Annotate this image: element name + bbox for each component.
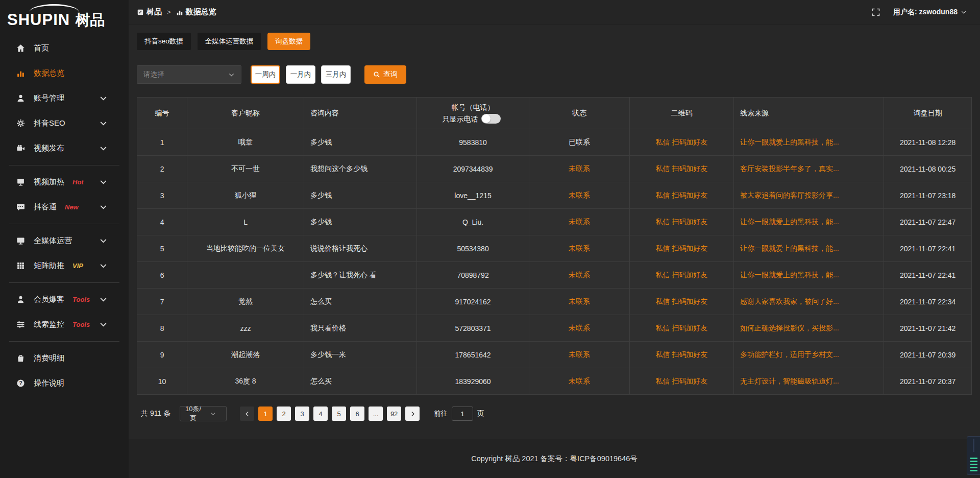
cell-nickname: zzz — [187, 315, 304, 342]
sidebar-item-抖客通[interactable]: 抖客通New — [0, 195, 129, 220]
goto-page: 前往 页 — [434, 407, 484, 421]
page-button-92[interactable]: 92 — [387, 407, 401, 421]
column-header-询盘日期: 询盘日期 — [884, 98, 972, 129]
cell-inquiry: 多少钱 — [304, 129, 416, 156]
page-size-select[interactable]: 10条/页 — [180, 406, 227, 421]
cell-source-link[interactable]: 让你一眼就爱上的黑科技，能... — [733, 129, 884, 156]
column-header-二维码: 二维码 — [629, 98, 733, 129]
sidebar-item-数据总览[interactable]: 数据总览 — [0, 61, 129, 86]
range-button-三月内[interactable]: 三月内 — [321, 65, 351, 84]
chevron-down-icon — [99, 261, 108, 270]
search-button[interactable]: 查询 — [364, 65, 406, 84]
sidebar-item-badge: Hot — [72, 178, 84, 186]
cell-date: 2021-11-07 21:42 — [884, 315, 972, 342]
cell-status: 已联系 — [529, 129, 629, 156]
sidebar-item-视频加热[interactable]: 视频加热Hot — [0, 170, 129, 195]
cell-account: 572803371 — [416, 315, 529, 342]
chat-icon — [16, 203, 25, 211]
fullscreen-icon[interactable] — [872, 8, 880, 16]
cell-status: 未联系 — [529, 209, 629, 235]
prev-page-button[interactable] — [240, 407, 254, 421]
cell-source-link[interactable]: 如何正确选择投影仪，买投影... — [733, 315, 884, 342]
logo-text-cn: 树品 — [76, 12, 105, 28]
table-header-row: 编号客户昵称咨询内容帐号（电话）只显示电话状态二维码线索来源询盘日期 — [137, 98, 972, 129]
filter-select[interactable]: 请选择 — [137, 65, 241, 84]
chevron-down-icon — [99, 203, 108, 211]
cell-source-link[interactable]: 多功能护栏灯，适用于乡村文... — [733, 342, 884, 368]
cell-source-link[interactable]: 让你一眼就爱上的黑科技，能... — [733, 262, 884, 289]
page-button-4[interactable]: 4 — [313, 407, 328, 421]
cell-qr-link[interactable]: 私信 扫码加好友 — [629, 129, 733, 156]
sidebar-item-消费明细[interactable]: 消费明细 — [0, 346, 129, 371]
sidebar-item-线索监控[interactable]: 线索监控Tools — [0, 312, 129, 337]
tab-抖音seo数据[interactable]: 抖音seo数据 — [137, 33, 191, 50]
cell-qr-link[interactable]: 私信 扫码加好友 — [629, 209, 733, 235]
tab-全媒体运营数据[interactable]: 全媒体运营数据 — [198, 33, 261, 50]
page-button-2[interactable]: 2 — [277, 407, 291, 421]
main-column: 树品>数据总览 用户名: zswodun88 抖音seo数据全媒体运营数据询盘数… — [129, 0, 980, 478]
cell-source-link[interactable]: 客厅安装投影半年多了，真实... — [733, 156, 884, 182]
cell-inquiry: 多少钱 — [304, 182, 416, 209]
cell-nickname: L — [187, 209, 304, 235]
sidebar-item-会员爆客[interactable]: 会员爆客Tools — [0, 287, 129, 312]
range-button-一周内[interactable]: 一周内 — [251, 65, 280, 84]
sidebar-item-矩阵助推[interactable]: 矩阵助推VIP — [0, 253, 129, 278]
page-ellipsis[interactable]: ... — [369, 407, 383, 421]
phone-only-toggle-label: 只显示电话 — [443, 113, 478, 125]
cell-qr-link[interactable]: 私信 扫码加好友 — [629, 315, 733, 342]
page-button-5[interactable]: 5 — [332, 407, 346, 421]
cell-source-link[interactable]: 无主灯设计，智能磁吸轨道灯... — [733, 368, 884, 395]
cell-id: 6 — [137, 262, 187, 289]
breadcrumb-item-树品[interactable]: 树品 — [137, 7, 162, 17]
goto-page-input[interactable] — [452, 407, 473, 421]
page-button-3[interactable]: 3 — [295, 407, 309, 421]
cell-qr-link[interactable]: 私信 扫码加好友 — [629, 182, 733, 209]
cell-nickname: 36度 8 — [187, 368, 304, 395]
cell-inquiry: 说说价格让我死心 — [304, 235, 416, 262]
sidebar-item-label: 首页 — [34, 43, 49, 53]
cell-date: 2021-11-07 22:34 — [884, 289, 972, 315]
sidebar-item-首页[interactable]: 首页 — [0, 36, 129, 61]
sidebar-item-全媒体运营[interactable]: 全媒体运营 — [0, 228, 129, 253]
sidebar-item-账号管理[interactable]: 账号管理 — [0, 86, 129, 111]
svg-text:?: ? — [19, 380, 22, 386]
breadcrumb-item-数据总览[interactable]: 数据总览 — [176, 7, 216, 17]
cell-id: 5 — [137, 235, 187, 262]
sidebar-item-抖音SEO[interactable]: 抖音SEO — [0, 111, 129, 136]
sidebar-item-label: 抖音SEO — [34, 118, 65, 128]
table-row: 3狐小狸多少钱love__1215未联系私信 扫码加好友被大家追着问的客厅投影分… — [137, 182, 972, 209]
floating-widget[interactable] — [967, 436, 980, 475]
inquiry-table-wrap: 编号客户昵称咨询内容帐号（电话）只显示电话状态二维码线索来源询盘日期 1哦章多少… — [137, 97, 972, 395]
cell-id: 8 — [137, 315, 187, 342]
cell-source-link[interactable]: 让你一眼就爱上的黑科技，能... — [733, 235, 884, 262]
cell-source-link[interactable]: 被大家追着问的客厅投影分享... — [733, 182, 884, 209]
sidebar-item-操作说明[interactable]: ?操作说明 — [0, 371, 129, 396]
cell-qr-link[interactable]: 私信 扫码加好友 — [629, 156, 733, 182]
page-button-6[interactable]: 6 — [350, 407, 364, 421]
cell-qr-link[interactable]: 私信 扫码加好友 — [629, 368, 733, 395]
chevron-down-icon — [205, 411, 222, 417]
tab-询盘数据[interactable]: 询盘数据 — [267, 33, 310, 50]
next-page-button[interactable] — [405, 407, 420, 421]
search-icon — [373, 71, 380, 78]
cell-qr-link[interactable]: 私信 扫码加好友 — [629, 235, 733, 262]
page-button-1[interactable]: 1 — [258, 407, 273, 421]
cell-source-link[interactable]: 让你一眼就爱上的黑科技，能... — [733, 209, 884, 235]
sidebar-item-视频发布[interactable]: 视频发布 — [0, 136, 129, 161]
range-button-一月内[interactable]: 一月内 — [286, 65, 315, 84]
sidebar: SHUPIN 树品 首页数据总览账号管理抖音SEO视频发布视频加热Hot抖客通N… — [0, 0, 129, 478]
cell-qr-link[interactable]: 私信 扫码加好友 — [629, 262, 733, 289]
cell-qr-link[interactable]: 私信 扫码加好友 — [629, 342, 733, 368]
user-menu[interactable]: 用户名: zswodun88 — [893, 8, 967, 17]
cell-source-link[interactable]: 感谢大家喜欢我家，被问了好... — [733, 289, 884, 315]
sliders-icon — [16, 320, 25, 329]
cell-nickname: 当地比较能吃的一位美女 — [187, 235, 304, 262]
cell-id: 10 — [137, 368, 187, 395]
cell-qr-link[interactable]: 私信 扫码加好友 — [629, 289, 733, 315]
phone-only-toggle[interactable] — [481, 114, 501, 124]
inquiry-table: 编号客户昵称咨询内容帐号（电话）只显示电话状态二维码线索来源询盘日期 1哦章多少… — [137, 97, 972, 395]
table-row: 1哦章多少钱9583810已联系私信 扫码加好友让你一眼就爱上的黑科技，能...… — [137, 129, 972, 156]
chevron-down-icon — [99, 178, 108, 186]
cell-inquiry: 多少钱 — [304, 209, 416, 235]
cell-account: 183929060 — [416, 368, 529, 395]
